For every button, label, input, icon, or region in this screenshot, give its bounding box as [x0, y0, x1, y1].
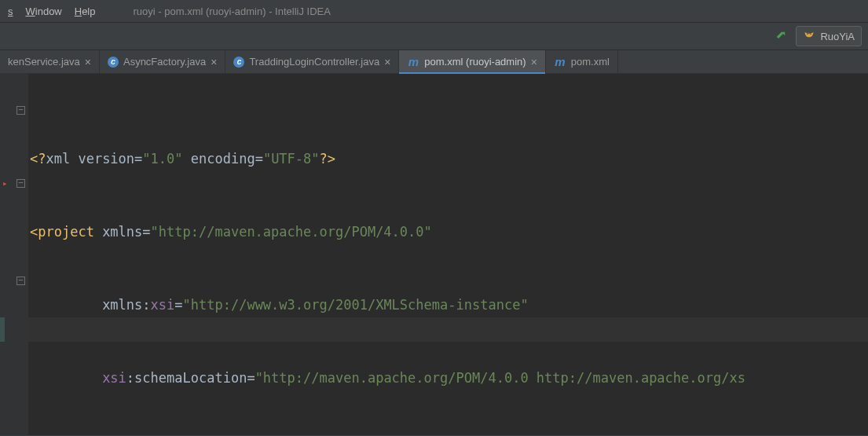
error-marker-icon: ▸	[2, 181, 8, 187]
tab-pom-admin[interactable]: m pom.xml (ruoyi-admin) ×	[399, 50, 546, 73]
class-icon: c	[233, 57, 244, 68]
tab-traddinglogin[interactable]: c TraddingLoginController.java ×	[225, 50, 399, 73]
toolbar: RuoYiA	[0, 22, 868, 50]
editor-tabs: kenService.java × c AsyncFactory.java × …	[0, 50, 868, 74]
tab-kenservice[interactable]: kenService.java ×	[0, 50, 100, 73]
fold-icon[interactable]: ─	[16, 277, 25, 285]
fold-icon[interactable]: ─	[16, 179, 25, 188]
build-hammer-icon[interactable]	[774, 29, 788, 43]
current-line-highlight	[28, 317, 868, 342]
tomcat-icon	[803, 30, 815, 42]
tab-pom[interactable]: m pom.xml	[546, 50, 618, 73]
change-marker	[0, 317, 5, 342]
run-config-label: RuoYiA	[820, 31, 855, 42]
window-title: ruoyi - pom.xml (ruoyi-admin) - IntelliJ…	[134, 5, 331, 17]
svg-point-0	[808, 34, 808, 35]
tab-label: pom.xml (ruoyi-admin)	[424, 56, 526, 68]
code-editor[interactable]: ─ ▸ ─ ─ <?xml version="1.0" encoding="UT…	[0, 74, 868, 435]
svg-point-1	[811, 34, 811, 35]
menu-window[interactable]: Window	[20, 2, 68, 20]
tab-label: AsyncFactory.java	[123, 56, 206, 68]
close-icon[interactable]: ×	[531, 57, 537, 68]
menu-bar: s Window Help ruoyi - pom.xml (ruoyi-adm…	[0, 0, 868, 22]
gutter: ─ ▸ ─ ─	[0, 74, 28, 435]
class-icon: c	[108, 57, 119, 68]
maven-icon: m	[407, 55, 419, 68]
code-area[interactable]: <?xml version="1.0" encoding="UTF-8"?> <…	[28, 74, 868, 435]
run-config-selector[interactable]: RuoYiA	[796, 26, 862, 46]
maven-icon: m	[554, 55, 566, 68]
menu-help[interactable]: Help	[68, 2, 102, 20]
fold-icon[interactable]: ─	[16, 106, 25, 115]
close-icon[interactable]: ×	[211, 57, 217, 68]
tab-asyncfactory[interactable]: c AsyncFactory.java ×	[100, 50, 225, 73]
tab-label: TraddingLoginController.java	[249, 56, 379, 68]
close-icon[interactable]: ×	[384, 57, 390, 68]
tab-label: pom.xml	[571, 56, 610, 68]
tab-label: kenService.java	[8, 56, 80, 68]
menu-s[interactable]: s	[2, 2, 20, 20]
close-icon[interactable]: ×	[85, 57, 91, 68]
